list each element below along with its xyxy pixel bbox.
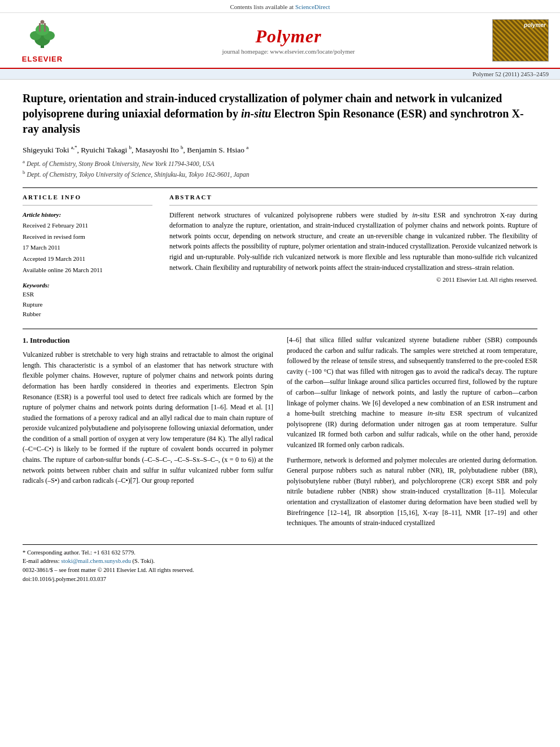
available-date: Available online 26 March 2011 <box>23 267 103 273</box>
svg-point-4 <box>36 24 49 36</box>
doi-line: 0032-3861/$ – see front matter © 2011 El… <box>23 566 537 575</box>
article-title: Rupture, orientation and strain-induced … <box>23 91 537 137</box>
sciencedirect-link[interactable]: ScienceDirect <box>295 3 330 10</box>
journal-header: ELSEVIER Polymer journal homepage: www.e… <box>0 13 560 69</box>
journal-cover-image: polymer <box>492 19 549 62</box>
svg-rect-5 <box>39 23 41 32</box>
footnote-email: E-mail address: stoki@mail.chem.sunysb.e… <box>23 557 537 566</box>
body-left-column: 1. Introduction Vulcanized rubber is str… <box>23 335 273 533</box>
article-number: Polymer 52 (2011) 2453–2459 <box>473 71 549 77</box>
revised-date: 17 March 2011 <box>23 244 60 251</box>
revised-label: Received in revised form <box>23 233 85 240</box>
info-rule <box>23 205 152 206</box>
abstract-text: Different network structures of vulcaniz… <box>169 210 537 273</box>
intro-paragraph-3: Furthermore, network is deformed and pol… <box>287 455 537 528</box>
cover-text: polymer <box>524 22 546 28</box>
journal-name: Polymer <box>85 26 492 47</box>
intro-paragraph-2: [4–6] that silica filled sulfur vulcaniz… <box>287 335 537 451</box>
accepted-date: Accepted 19 March 2011 <box>23 255 85 262</box>
article-info-heading: ARTICLE INFO <box>23 194 152 200</box>
section-divider-2 <box>23 329 537 329</box>
keywords-label: Keywords: <box>23 282 50 289</box>
keywords-list: ESRRuptureRubber <box>23 290 152 320</box>
authors-line: Shigeyuki Toki a,*, Ryuichi Takagi b, Ma… <box>23 145 537 155</box>
abstract-heading: ABSTRACT <box>169 194 537 200</box>
article-number-bar: Polymer 52 (2011) 2453–2459 <box>0 69 560 80</box>
sciencedirect-bar: Contents lists available at ScienceDirec… <box>0 0 560 13</box>
elsevier-wordmark: ELSEVIER <box>11 55 73 63</box>
info-abstract-columns: ARTICLE INFO Article history: Received 2… <box>23 194 537 320</box>
contents-text: Contents lists available at <box>230 3 295 10</box>
footnote-1: * Corresponding author. Tel.: +1 631 632… <box>23 548 537 557</box>
affiliations: a Dept. of Chemistry, Stony Brook Univer… <box>23 158 537 180</box>
copyright-text: © 2011 Elsevier Ltd. All rights reserved… <box>169 276 537 283</box>
journal-homepage: journal homepage: www.elsevier.com/locat… <box>85 48 492 55</box>
journal-info: Polymer journal homepage: www.elsevier.c… <box>85 26 492 55</box>
body-columns: 1. Introduction Vulcanized rubber is str… <box>23 335 537 533</box>
author-email[interactable]: stoki@mail.chem.sunysb.edu <box>61 558 131 564</box>
svg-rect-6 <box>44 23 46 32</box>
abstract-column: ABSTRACT Different network structures of… <box>169 194 537 320</box>
article-footer: * Corresponding author. Tel.: +1 631 632… <box>23 544 537 584</box>
history-label: Article history: <box>23 211 61 218</box>
article-history: Article history: Received 2 February 201… <box>23 210 152 276</box>
section-1-title: 1. Introduction <box>23 335 273 346</box>
intro-paragraph-1: Vulcanized rubber is stretchable to very… <box>23 350 273 486</box>
body-right-column: [4–6] that silica filled sulfur vulcaniz… <box>287 335 537 533</box>
article-info-column: ARTICLE INFO Article history: Received 2… <box>23 194 152 320</box>
abstract-rule <box>169 205 537 206</box>
main-content: Rupture, orientation and strain-induced … <box>0 80 560 595</box>
keywords-section: Keywords: ESRRuptureRubber <box>23 281 152 320</box>
svg-point-7 <box>41 20 45 24</box>
elsevier-logo: ELSEVIER <box>11 18 73 63</box>
received-date: Received 2 February 2011 <box>23 222 88 229</box>
doi: doi:10.1016/j.polymer.2011.03.037 <box>23 575 537 584</box>
section-divider-1 <box>23 187 537 188</box>
